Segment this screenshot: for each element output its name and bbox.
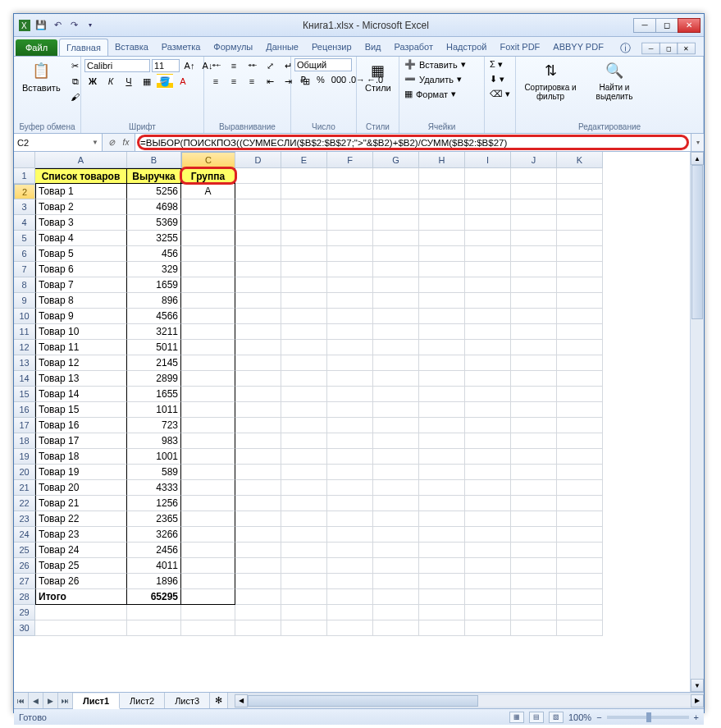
empty-cell[interactable]: [281, 449, 327, 465]
empty-cell[interactable]: [235, 418, 281, 433]
empty-cell[interactable]: [327, 355, 373, 371]
empty-cell[interactable]: [373, 340, 419, 355]
row-header-6[interactable]: 6: [14, 246, 35, 262]
empty-cell[interactable]: [281, 168, 327, 184]
align-right-button[interactable]: ≡: [244, 74, 260, 89]
cell-a-15[interactable]: Товар 14: [35, 387, 127, 402]
align-bottom-button[interactable]: ⬵: [244, 58, 260, 73]
autosum-button[interactable]: Σ ▾: [488, 58, 504, 71]
cell-b-12[interactable]: 5011: [127, 340, 181, 355]
empty-cell[interactable]: [327, 262, 373, 277]
empty-cell[interactable]: [511, 496, 557, 511]
cell-a-24[interactable]: Товар 23: [35, 527, 127, 543]
cell-c-22[interactable]: [181, 496, 235, 511]
cell-a-9[interactable]: Товар 8: [35, 293, 127, 309]
ribbon-tab-разметка[interactable]: Разметка: [155, 39, 208, 56]
empty-cell[interactable]: [465, 574, 511, 589]
empty-cell[interactable]: [327, 199, 373, 215]
font-name-select[interactable]: [84, 59, 150, 72]
empty-cell[interactable]: [419, 184, 465, 199]
empty-cell[interactable]: [373, 355, 419, 371]
empty-cell[interactable]: [465, 433, 511, 449]
empty-cell[interactable]: [465, 355, 511, 371]
empty-cell[interactable]: [327, 465, 373, 480]
align-left-button[interactable]: ≡: [208, 74, 224, 89]
empty-cell[interactable]: [281, 574, 327, 589]
empty-cell[interactable]: [235, 355, 281, 371]
empty-cell[interactable]: [419, 574, 465, 589]
cell-b-25[interactable]: 2456: [127, 543, 181, 558]
cell-a-10[interactable]: Товар 9: [35, 309, 127, 324]
header-cell-b[interactable]: Выручка: [127, 168, 181, 184]
empty-cell[interactable]: [373, 605, 419, 620]
vscroll-thumb[interactable]: [691, 165, 703, 319]
ribbon-tab-главная[interactable]: Главная: [59, 39, 108, 56]
empty-cell[interactable]: [281, 324, 327, 340]
row-header-22[interactable]: 22: [14, 496, 35, 511]
cell-c-8[interactable]: [181, 277, 235, 293]
empty-cell[interactable]: [465, 418, 511, 433]
empty-cell[interactable]: [327, 215, 373, 231]
sheet-nav-prev[interactable]: ◀: [29, 693, 43, 708]
empty-cell[interactable]: [373, 511, 419, 527]
new-sheet-button[interactable]: ✻: [210, 693, 228, 708]
empty-cell[interactable]: [327, 324, 373, 340]
empty-cell[interactable]: [557, 168, 603, 184]
empty-cell[interactable]: [281, 511, 327, 527]
empty-cell[interactable]: [281, 402, 327, 418]
empty-cell[interactable]: [419, 449, 465, 465]
empty-cell[interactable]: [235, 324, 281, 340]
cell-a-12[interactable]: Товар 11: [35, 340, 127, 355]
empty-cell[interactable]: [281, 465, 327, 480]
empty-cell[interactable]: [235, 511, 281, 527]
normal-view-button[interactable]: ▦: [509, 712, 524, 723]
empty-cell[interactable]: [557, 589, 603, 605]
cell-c-21[interactable]: [181, 480, 235, 496]
empty-cell[interactable]: [235, 433, 281, 449]
empty-cell[interactable]: [557, 480, 603, 496]
empty-cell[interactable]: [373, 168, 419, 184]
empty-cell[interactable]: [327, 246, 373, 262]
empty-cell[interactable]: [373, 324, 419, 340]
empty-cell[interactable]: [419, 418, 465, 433]
empty-cell[interactable]: [327, 231, 373, 246]
cell-b-19[interactable]: 1001: [127, 449, 181, 465]
empty-cell[interactable]: [511, 543, 557, 558]
ribbon-tab-abbyy pdf[interactable]: ABBYY PDF: [546, 39, 610, 56]
empty-cell[interactable]: [557, 293, 603, 309]
hscroll-thumb[interactable]: [248, 695, 478, 707]
empty-cell[interactable]: [465, 231, 511, 246]
empty-cell[interactable]: [281, 371, 327, 387]
cell-a-13[interactable]: Товар 12: [35, 355, 127, 371]
zoom-slider[interactable]: [607, 716, 689, 719]
empty-cell[interactable]: [511, 620, 557, 636]
align-top-button[interactable]: ⬴: [208, 58, 224, 73]
cell-b-11[interactable]: 3211: [127, 324, 181, 340]
italic-button[interactable]: К: [103, 74, 119, 89]
cell-c-10[interactable]: [181, 309, 235, 324]
fill-button[interactable]: ⬇ ▾: [488, 73, 506, 85]
cell-a-11[interactable]: Товар 10: [35, 324, 127, 340]
empty-cell[interactable]: [281, 199, 327, 215]
empty-cell[interactable]: [327, 511, 373, 527]
column-header-J[interactable]: J: [511, 152, 557, 168]
empty-cell[interactable]: [511, 371, 557, 387]
cell-c-3[interactable]: [181, 199, 235, 215]
empty-cell[interactable]: [181, 620, 235, 636]
empty-cell[interactable]: [419, 168, 465, 184]
empty-cell[interactable]: [465, 402, 511, 418]
empty-cell[interactable]: [419, 480, 465, 496]
row-header-28[interactable]: 28: [14, 589, 35, 605]
row-header-4[interactable]: 4: [14, 215, 35, 231]
cell-c-23[interactable]: [181, 511, 235, 527]
fx-icon[interactable]: fx: [120, 136, 133, 149]
row-header-12[interactable]: 12: [14, 340, 35, 355]
cell-a-6[interactable]: Товар 5: [35, 246, 127, 262]
row-header-11[interactable]: 11: [14, 324, 35, 340]
empty-cell[interactable]: [235, 620, 281, 636]
cell-a-17[interactable]: Товар 16: [35, 418, 127, 433]
qat-dropdown[interactable]: ▾: [83, 18, 98, 33]
row-header-17[interactable]: 17: [14, 418, 35, 433]
sheet-tab-лист2[interactable]: Лист2: [120, 693, 165, 708]
empty-cell[interactable]: [327, 543, 373, 558]
